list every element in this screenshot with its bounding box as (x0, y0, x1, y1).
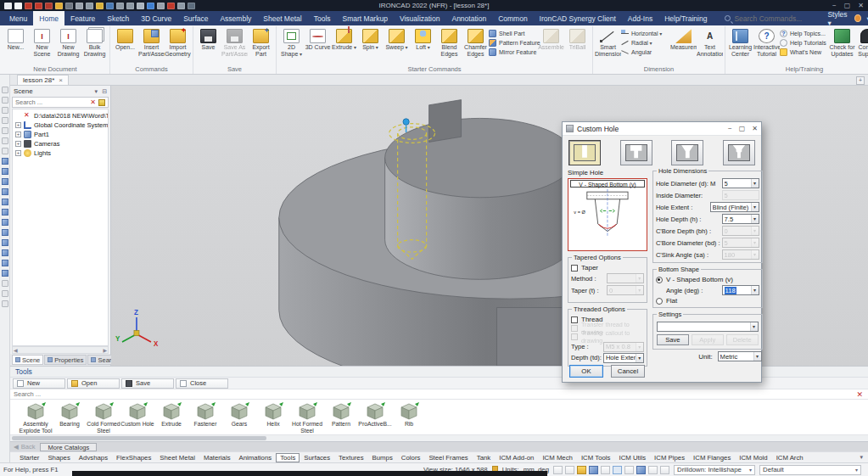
ribbon-stack-item[interactable]: What's New (780, 48, 829, 57)
ribbon-tab[interactable]: Surface (177, 11, 214, 25)
ribbon-button[interactable]: New Scene (29, 26, 55, 65)
view-tool-icon[interactable] (2, 219, 8, 226)
ribbon-stack-item[interactable]: Help Topics... (780, 29, 829, 38)
view-tool-icon[interactable] (2, 107, 8, 114)
settings-button[interactable]: Apply (692, 334, 724, 345)
view-tool-icon[interactable] (2, 158, 8, 165)
minimize-window-icon[interactable]: − (832, 2, 837, 9)
v-shaped-bottom-radio-row[interactable]: V - Shaped Bottom (v) (656, 275, 759, 284)
scene-search[interactable]: ✕ (12, 97, 109, 108)
view-tool-icon[interactable] (2, 148, 8, 154)
ribbon-button[interactable]: Horizontal Radial Angular (621, 26, 670, 65)
qat-icon[interactable] (35, 3, 42, 9)
catalog-tab[interactable]: Tools (276, 453, 300, 462)
pin-panel-icon[interactable]: ⊟ (102, 88, 107, 95)
ribbon-button[interactable]: Blend Edges (436, 26, 462, 65)
settings-button[interactable]: Delete (726, 334, 759, 345)
catalog-tab[interactable]: Animations (235, 454, 277, 462)
scene-tree-item[interactable]: + Part1 (13, 130, 108, 139)
ribbon-tab[interactable]: Sketch (101, 11, 135, 25)
catalog-item[interactable]: Hot Formed Steel (290, 402, 324, 434)
ribbon-stack-item[interactable]: Shell Part (489, 29, 538, 38)
catalog-tab[interactable]: ICM Add-on (495, 454, 538, 462)
catalog-tab[interactable]: ICM Flanges (689, 454, 735, 462)
view-tool-icon[interactable] (2, 137, 8, 144)
ribbon-button[interactable]: Contact Support (855, 26, 868, 65)
catalog-item[interactable]: Custom Hole (120, 402, 154, 434)
catalog-tab[interactable]: ICM Mold (735, 454, 771, 462)
back-button[interactable]: ◀Back (14, 443, 35, 451)
view-tool-icon[interactable] (2, 290, 8, 297)
catalog-tab[interactable]: Shapes (43, 454, 74, 462)
catalog-tab[interactable]: Colors (397, 454, 425, 462)
catalog-item[interactable]: Helix (256, 402, 290, 434)
view-tool-icon[interactable] (2, 188, 8, 195)
ribbon-stack-item[interactable]: Radial (621, 38, 670, 48)
catalog-tab[interactable]: ICM Tools (577, 454, 615, 462)
cancel-button[interactable]: Cancel (611, 365, 645, 378)
ribbon-button[interactable]: Insert Part/Assembly (138, 26, 165, 65)
qat-icon[interactable] (147, 3, 154, 9)
catalog-item[interactable]: Bearing (53, 402, 87, 434)
ribbon-tab[interactable]: Help/Training (658, 11, 713, 25)
user-avatar[interactable] (854, 14, 861, 22)
catalog-scrollbar[interactable] (10, 434, 868, 441)
ribbon-button[interactable]: Export Part (248, 26, 274, 65)
ribbon-tab[interactable]: Add-Ins (622, 11, 658, 25)
view-tool-icon[interactable] (2, 270, 8, 277)
status-tool-icon[interactable] (553, 466, 563, 474)
catalog-item[interactable]: Cold Formed Steel (87, 402, 120, 434)
qat-icon[interactable] (126, 3, 134, 9)
qat-icon[interactable] (96, 3, 104, 9)
ribbon-tab[interactable]: Common (492, 11, 533, 25)
command-search[interactable] (725, 14, 827, 23)
ribbon-tab[interactable]: Smart Markup (337, 11, 394, 25)
ribbon-button[interactable]: Interactive Tutorial (753, 26, 780, 65)
expand-icon[interactable]: + (15, 141, 21, 147)
view-tool-icon[interactable] (2, 209, 8, 216)
ribbon-tab[interactable]: Tools (308, 11, 337, 25)
view-tool-icon[interactable] (2, 127, 8, 134)
catalog-tab[interactable]: ICM Utils (614, 454, 650, 462)
ribbon-button[interactable]: Sweep (384, 26, 410, 65)
command-search-input[interactable] (734, 14, 827, 23)
ok-button[interactable]: OK (569, 365, 603, 378)
qat-icon[interactable] (45, 3, 53, 9)
ribbon-button[interactable]: Import Geometry (165, 26, 191, 65)
catalog-tab[interactable]: Textures (334, 454, 367, 462)
filter-icon[interactable] (98, 99, 105, 106)
qat-icon[interactable] (55, 3, 63, 9)
qat-icon[interactable] (188, 3, 195, 9)
scene-tree-item[interactable]: + D:\data\2018 NEW\Word\TECH-NE (13, 111, 108, 120)
catalog-tab[interactable]: Starter (15, 454, 43, 462)
ribbon-button[interactable]: Loft (410, 26, 436, 65)
ribbon-button[interactable]: Smart Dimension (595, 26, 621, 65)
catalog-tab[interactable]: Surfaces (300, 454, 334, 462)
qat-icon[interactable] (86, 3, 93, 9)
view-tool-icon[interactable] (2, 199, 8, 205)
new-tab-icon[interactable]: + (856, 76, 865, 85)
view-tool-icon[interactable] (2, 239, 8, 246)
catalog-item[interactable]: ProActiveB... (358, 402, 392, 434)
view-tool-icon[interactable] (2, 117, 8, 124)
flat-radio[interactable] (656, 298, 663, 305)
catalog-search-input[interactable] (14, 390, 856, 398)
qat-icon[interactable] (177, 3, 185, 9)
drilldown-selector[interactable]: Drilldown: Intellishape▾ (674, 465, 755, 475)
catalog-item[interactable]: Assembly Explode Tool (19, 402, 53, 434)
catalog-tab[interactable]: ICM Mech (538, 454, 577, 462)
status-tool-icon[interactable] (624, 466, 634, 474)
view-tool-icon[interactable] (2, 168, 8, 175)
hole-dimension-combo[interactable]: Blind (Finite)▾ (710, 202, 759, 212)
ribbon-button[interactable]: Shell Part Pattern Feature M (489, 26, 538, 65)
catalog-tab[interactable]: FlexShapes (112, 454, 155, 462)
flat-radio-row[interactable]: Flat (656, 296, 759, 305)
view-tool-icon[interactable] (2, 280, 8, 287)
taper-field-combo[interactable]: ▾ (607, 273, 644, 283)
taper-checkbox-row[interactable]: Taper (571, 263, 644, 272)
panel-tab[interactable]: Properties (44, 355, 87, 365)
view-tool-icon[interactable] (2, 249, 8, 256)
qat-icon[interactable] (76, 3, 83, 9)
ribbon-stack-item[interactable]: Angular (621, 48, 670, 57)
status-tool-icon[interactable] (577, 466, 586, 474)
